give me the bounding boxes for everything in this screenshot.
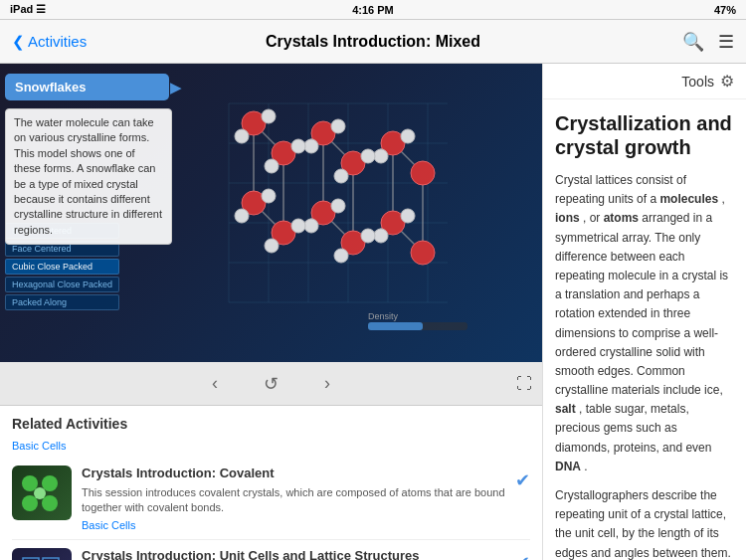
svg-point-57 — [265, 239, 279, 253]
battery-label: 47% — [714, 4, 736, 16]
nav-icons: 🔍 ☰ — [682, 31, 734, 53]
menu-item-hexagonal[interactable]: Hexagonal Close Packed — [5, 277, 119, 292]
svg-point-59 — [334, 249, 348, 263]
panel-content: Crystallization and crystal growth Cryst… — [543, 99, 746, 560]
ipad-label: iPad ☰ — [10, 3, 46, 16]
right-panel: Tools ⚙ Crystallization and crystal grow… — [542, 64, 746, 560]
main-content: Snowflakes The water molecule can take o… — [0, 64, 746, 560]
activity-item-covalent: Crystals Introduction: Covalent This ses… — [12, 458, 530, 540]
term-dna: DNA — [555, 460, 581, 473]
related-activities: Related Activities Basic Cells — [0, 406, 542, 560]
menu-item-packed-along[interactable]: Packed Along — [5, 294, 119, 310]
activity-thumb-covalent — [12, 466, 72, 520]
nav-bar: ❮ Activities Crystals Introduction: Mixe… — [0, 20, 746, 64]
svg-rect-62 — [368, 322, 423, 330]
svg-point-63 — [22, 475, 38, 491]
svg-point-50 — [262, 189, 276, 203]
svg-point-45 — [374, 149, 388, 163]
term-salt: salt — [555, 402, 576, 416]
prev-button[interactable]: ‹ — [204, 369, 226, 398]
page-title: Crystals Introduction: Mixed — [266, 33, 480, 51]
svg-point-46 — [291, 139, 305, 153]
tooltip-description: The water molecule can take on various c… — [5, 108, 172, 245]
status-left: iPad ☰ — [10, 3, 46, 16]
svg-point-66 — [42, 495, 58, 511]
tooltip-text: The water molecule can take on various c… — [14, 116, 162, 236]
fullscreen-button[interactable]: ⛶ — [516, 375, 532, 393]
svg-point-58 — [361, 229, 375, 243]
svg-point-47 — [265, 159, 279, 173]
activity-content-covalent: Crystals Introduction: Covalent This ses… — [82, 466, 505, 531]
svg-point-55 — [374, 229, 388, 243]
back-label: Activities — [28, 33, 87, 50]
svg-point-65 — [22, 495, 38, 511]
refresh-button[interactable]: ↺ — [256, 369, 286, 399]
term-atoms: atoms — [604, 211, 639, 225]
svg-point-54 — [401, 209, 415, 223]
left-panel: Snowflakes The water molecule can take o… — [0, 64, 542, 560]
menu-icon[interactable]: ☰ — [718, 31, 734, 53]
back-chevron-icon: ❮ — [12, 33, 25, 51]
svg-point-43 — [304, 139, 318, 153]
svg-point-51 — [235, 209, 249, 223]
related-activities-title: Related Activities — [12, 416, 530, 432]
panel-heading: Crystallization and crystal growth — [555, 111, 734, 159]
status-right: 47% — [714, 4, 736, 16]
svg-point-48 — [361, 149, 375, 163]
activity-content-unit-cells: Crystals Introduction: Unit Cells and La… — [82, 548, 505, 560]
activity-thumb-unit-cells — [12, 548, 72, 560]
svg-point-40 — [262, 109, 276, 123]
checkmark-covalent: ✔ — [515, 469, 530, 491]
tools-header: Tools ⚙ — [543, 64, 746, 99]
svg-point-33 — [411, 161, 435, 185]
checkmark-unit-cells: ✔ — [515, 552, 530, 560]
svg-point-44 — [401, 129, 415, 143]
tools-label: Tools — [681, 74, 714, 90]
menu-item-cubic-close[interactable]: Cubic Close Packed — [5, 259, 119, 275]
status-time: 4:16 PM — [352, 4, 394, 16]
term-molecules: molecules — [659, 192, 718, 206]
gear-icon[interactable]: ⚙ — [720, 72, 734, 91]
molecule-visualization: Density — [169, 74, 507, 342]
activity-title-covalent: Crystals Introduction: Covalent — [82, 466, 505, 482]
panel-paragraph-2: Crystallographers describe the repeating… — [555, 486, 734, 560]
snowflake-tooltip[interactable]: Snowflakes — [5, 74, 169, 100]
activity-link-covalent[interactable]: Basic Cells — [82, 519, 505, 531]
basic-cells-scroll-link[interactable]: Basic Cells — [12, 440, 530, 452]
snowflake-label: Snowflakes — [15, 80, 87, 94]
svg-point-41 — [235, 129, 249, 143]
svg-point-39 — [411, 241, 435, 265]
svg-text:Density: Density — [368, 311, 399, 321]
svg-point-52 — [331, 199, 345, 213]
next-button[interactable]: › — [316, 369, 338, 398]
svg-point-64 — [42, 475, 58, 491]
svg-point-53 — [304, 219, 318, 233]
svg-point-42 — [331, 119, 345, 133]
panel-paragraph-1: Crystal lattices consist of repeating un… — [555, 171, 734, 476]
search-icon[interactable]: 🔍 — [682, 31, 704, 53]
term-ions: ions — [555, 211, 580, 225]
crystal-viewer: Snowflakes The water molecule can take o… — [0, 64, 542, 362]
svg-point-67 — [34, 487, 46, 499]
viewer-controls: ‹ ↺ › ⛶ — [0, 362, 542, 406]
activity-item-unit-cells: Crystals Introduction: Unit Cells and La… — [12, 540, 530, 560]
activity-desc-covalent: This session introduces covalent crystal… — [82, 485, 505, 516]
svg-point-49 — [334, 169, 348, 183]
svg-point-56 — [291, 219, 305, 233]
back-button[interactable]: ❮ Activities — [12, 33, 87, 51]
status-bar: iPad ☰ 4:16 PM 47% — [0, 0, 746, 20]
activity-title-unit-cells: Crystals Introduction: Unit Cells and La… — [82, 548, 505, 560]
